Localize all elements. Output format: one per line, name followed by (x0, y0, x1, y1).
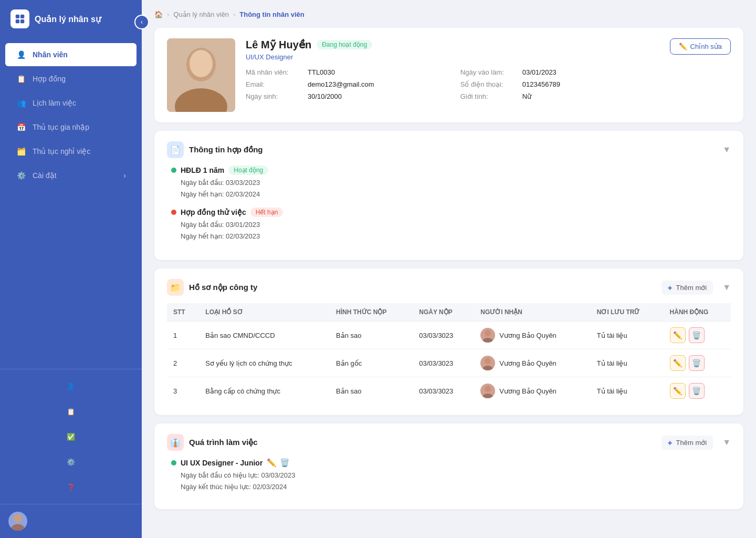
cell-hanh-dong: ✏️ 🗑️ (664, 377, 731, 405)
edit-doc-button[interactable]: ✏️ (670, 383, 686, 399)
svg-rect-1 (20, 15, 24, 18)
cell-hinh-thuc: Bản gốc (330, 349, 413, 377)
contract-item-2: Hợp đồng thử việc Hết hạn Ngày bắt đầu: … (167, 208, 731, 242)
document-chevron-icon[interactable]: ▼ (722, 283, 731, 292)
employee-fields: Mã nhân viên: TTL0030 Ngày vào làm: 03/0… (246, 68, 659, 100)
help-icon[interactable]: ❓ (60, 477, 81, 498)
employee-photo (167, 38, 235, 112)
chevron-right-icon: › (123, 171, 126, 180)
gioi-tinh-value: Nữ (522, 92, 531, 100)
document-table: STT LOẠI HỒ SƠ HÌNH THỨC NỘP NGÀY NỘP NG… (167, 303, 731, 405)
col-ngay-nop: NGÀY NỘP (413, 303, 474, 322)
collapse-button[interactable]: ‹ (134, 15, 149, 29)
dot-expired-icon (171, 210, 176, 215)
plus-icon: + (668, 283, 673, 292)
logo: Quản lý nhân sự (0, 0, 142, 38)
contract-2-dates: Ngày bắt đầu: 03/01/2023 Ngày hết hạn: 0… (171, 219, 731, 242)
check-icon[interactable]: ✅ (60, 426, 81, 447)
table-row: 1 Bản sao CMND/CCCD Bản sao 03/03/3023 V… (167, 322, 731, 349)
edit-doc-button[interactable]: ✏️ (670, 327, 686, 343)
svg-rect-0 (16, 15, 19, 18)
add-career-button[interactable]: + Thêm mới (662, 436, 713, 450)
employee-details: Lê Mỹ Huyền Đang hoạt động UI/UX Designe… (246, 38, 659, 100)
sidebar-item-label: Lịch làm việc (33, 99, 76, 107)
table-row: 3 Bằng cấp có chứng thực Bản sao 03/03/3… (167, 377, 731, 405)
cell-hanh-dong: ✏️ 🗑️ (664, 322, 731, 349)
logo-icon (10, 9, 29, 28)
status-badge: Đang hoạt động (317, 40, 372, 49)
cell-noi-luu: Tủ tài liệu (591, 322, 664, 349)
cell-loai: Bằng cấp có chứng thực (199, 377, 330, 405)
svg-point-12 (485, 358, 491, 364)
delete-doc-button[interactable]: 🗑️ (689, 355, 705, 371)
cell-hanh-dong: ✏️ 🗑️ (664, 349, 731, 377)
svg-point-10 (485, 330, 491, 336)
contract-item-1: HĐLĐ 1 năm Hoạt động Ngày bắt đầu: 03/03… (167, 165, 731, 200)
sidebar-item-thu-tuc-nghi-viec[interactable]: 🗂️ Thủ tục nghỉ việc (5, 140, 136, 163)
sidebar-item-hop-dong[interactable]: 📋 Hợp đồng (5, 67, 136, 90)
contract-chevron-icon[interactable]: ▼ (722, 145, 731, 154)
career-card: 👔 Quá trình làm việc + Thêm mới ▼ UI UX … (154, 423, 743, 509)
edit-doc-button[interactable]: ✏️ (670, 355, 686, 371)
sidebar-item-thu-tuc-gia-nhap[interactable]: 📅 Thủ tục gia nhập (5, 116, 136, 139)
cell-stt: 2 (167, 349, 199, 377)
document-section-icon: 📁 (167, 279, 184, 296)
recipient-avatar (480, 384, 495, 398)
offboard-icon: 🗂️ (16, 146, 26, 157)
career-section-title: Quá trình làm việc (189, 438, 656, 447)
contract-2-status: Hết hạn (250, 208, 284, 217)
calendar-icon: 👥 (16, 98, 26, 108)
sdt-value: 0123456789 (522, 80, 560, 88)
user-avatar (8, 512, 27, 531)
table-row: 2 Sơ yếu lý lịch có chứng thực Bản gốc 0… (167, 349, 731, 377)
career-chevron-icon[interactable]: ▼ (722, 438, 731, 447)
col-hanh-dong: HÀNH ĐỘNG (664, 303, 731, 322)
ma-nv-value: TTL0030 (308, 68, 335, 76)
edit-employee-button[interactable]: ✏️ Chỉnh sửa (670, 38, 731, 55)
svg-point-15 (482, 394, 493, 398)
career-edit-button[interactable]: ✏️ (267, 458, 277, 468)
home-icon[interactable]: 🏠 (154, 11, 163, 18)
contract-icon: 📋 (16, 74, 26, 84)
col-stt: STT (167, 303, 199, 322)
sidebar-item-label: Thủ tục nghỉ việc (33, 147, 90, 156)
breadcrumb: 🏠 › Quản lý nhân viên › Thông tin nhân v… (154, 11, 743, 18)
person-icon: 👤 (16, 49, 26, 60)
ngay-sinh-value: 30/10/2000 (308, 92, 342, 100)
employee-header: Lê Mỹ Huyền Đang hoạt động UI/UX Designe… (167, 38, 731, 112)
pencil-icon: ✏️ (679, 43, 687, 50)
cell-hinh-thuc: Bản sao (330, 322, 413, 349)
col-loai: LOẠI HỒ SƠ (199, 303, 330, 322)
recipient-avatar (480, 356, 495, 370)
employee-info-card: Lê Mỹ Huyền Đang hoạt động UI/UX Designe… (154, 28, 743, 122)
breadcrumb-level1[interactable]: Quản lý nhân viên (173, 11, 229, 18)
user-circle-icon[interactable]: 👤 (60, 376, 81, 397)
career-dot-icon (171, 460, 176, 465)
svg-point-14 (485, 386, 491, 392)
email-label: Email: (246, 80, 303, 88)
contract-1-dates: Ngày bắt đầu: 03/03/2023 Ngày hết hạn: 0… (171, 177, 731, 200)
col-hinh-thuc: HÌNH THỨC NỘP (330, 303, 413, 322)
cell-ngay-nop: 03/03/3023 (413, 349, 474, 377)
contract-1-name: HĐLĐ 1 năm (181, 166, 224, 174)
delete-doc-button[interactable]: 🗑️ (689, 327, 705, 343)
svg-rect-2 (16, 19, 19, 23)
contract-2-name: Hợp đồng thử việc (181, 208, 246, 216)
document-card: 📁 Hồ sơ nộp công ty + Thêm mới ▼ STT LOẠ… (154, 268, 743, 415)
gear-icon[interactable]: ⚙️ (60, 451, 81, 472)
onboard-icon: 📅 (16, 122, 26, 132)
cell-loai: Sơ yếu lý lịch có chứng thực (199, 349, 330, 377)
sidebar-item-cai-dat[interactable]: ⚙️ Cài đặt › (5, 164, 136, 187)
settings-icon: ⚙️ (16, 170, 26, 181)
add-document-button[interactable]: + Thêm mới (662, 281, 713, 295)
plus-icon: + (668, 438, 673, 447)
delete-doc-button[interactable]: 🗑️ (689, 383, 705, 399)
career-delete-button[interactable]: 🗑️ (280, 458, 290, 468)
sidebar-item-nhan-vien[interactable]: 👤 Nhân viên (5, 43, 136, 66)
col-nguoi-nhan: NGƯỜI NHẬN (474, 303, 590, 322)
sidebar-item-lich-lam-viec[interactable]: 👥 Lịch làm việc (5, 91, 136, 115)
sidebar-item-label: Cài đặt (33, 171, 57, 180)
contract-section-icon: 📄 (167, 141, 184, 158)
employee-role: UI/UX Designer (246, 53, 659, 61)
list-icon[interactable]: 📋 (60, 401, 81, 422)
